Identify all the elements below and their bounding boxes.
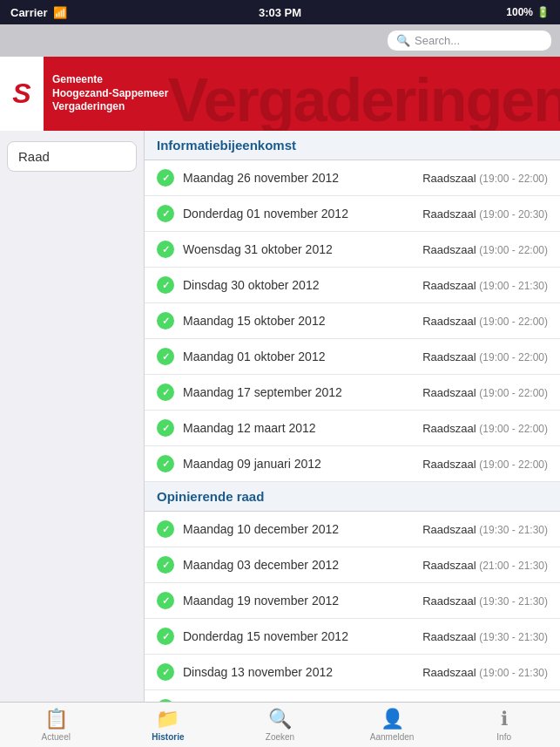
- search-input[interactable]: [415, 34, 543, 47]
- list-item[interactable]: Maandag 17 september 2012Raadszaal (19:0…: [145, 375, 560, 411]
- header-bg-title: Vergaderingen: [168, 65, 560, 131]
- logo-letter: S: [12, 78, 30, 110]
- aanmelden-label: Aanmelden: [370, 732, 415, 742]
- item-date: Maandag 12 maart 2012: [183, 421, 422, 435]
- status-bar: Carrier 📶 3:03 PM 100% 🔋: [0, 0, 560, 24]
- item-location: Raadszaal (21:00 - 21:30): [422, 559, 548, 572]
- info-icon: ℹ: [501, 708, 508, 730]
- sidebar-item-raad[interactable]: Raad: [7, 141, 137, 172]
- item-date: Maandag 19 november 2012: [183, 594, 422, 608]
- item-location: Raadszaal (19:00 - 21:30): [422, 666, 548, 679]
- list-item[interactable]: Woensdag 31 oktober 2012Raadszaal (19:00…: [145, 232, 560, 268]
- item-time: (19:00 - 21:30): [479, 280, 548, 292]
- list-item[interactable]: Maandag 03 december 2012Raadszaal (21:00…: [145, 547, 560, 583]
- check-icon: [157, 520, 174, 538]
- item-location: Raadszaal (19:00 - 22:00): [422, 386, 548, 399]
- item-time: (19:00 - 21:30): [479, 667, 548, 679]
- tab-bar: 📋Actueel📁Historie🔍Zoeken👤AanmeldenℹInfo: [0, 702, 560, 747]
- check-icon: [157, 205, 174, 222]
- item-time: (19:00 - 22:00): [479, 458, 548, 471]
- zoeken-icon: 🔍: [268, 708, 292, 730]
- status-right: 100% 🔋: [506, 6, 550, 18]
- historie-label: Historie: [152, 732, 184, 742]
- item-date: Maandag 01 oktober 2012: [183, 350, 422, 363]
- item-date: Maandag 17 september 2012: [183, 385, 422, 399]
- search-input-wrapper[interactable]: 🔍: [388, 31, 551, 51]
- item-location: Raadszaal (19:00 - 21:30): [422, 279, 548, 292]
- content-area: Raad InformatiebijeenkomstMaandag 26 nov…: [0, 131, 560, 702]
- tab-actueel[interactable]: 📋Actueel: [0, 703, 112, 747]
- section-header-1: Opinierende raad: [145, 482, 560, 512]
- main-list: InformatiebijeenkomstMaandag 26 november…: [144, 131, 560, 702]
- list-item[interactable]: Maandag 09 januari 2012Raadszaal (19:00 …: [145, 446, 560, 482]
- item-time: (19:30 - 21:30): [479, 631, 548, 643]
- item-location: Raadszaal (19:00 - 22:00): [422, 458, 548, 471]
- item-date: Maandag 15 oktober 2012: [183, 314, 422, 328]
- item-time: (19:00 - 22:00): [479, 387, 548, 399]
- tab-historie[interactable]: 📁Historie: [112, 703, 225, 747]
- info-label: Info: [496, 732, 511, 742]
- check-icon: [157, 628, 174, 645]
- tab-info[interactable]: ℹInfo: [448, 703, 560, 747]
- tab-aanmelden[interactable]: 👤Aanmelden: [336, 703, 449, 747]
- check-icon: [157, 556, 174, 574]
- item-date: Dinsdag 13 november 2012: [183, 665, 422, 679]
- header-line3: Vergaderingen: [52, 100, 168, 114]
- list-item[interactable]: Maandag 15 oktober 2012Raadszaal (19:00 …: [145, 303, 560, 339]
- item-time: (19:00 - 20:30): [479, 208, 548, 221]
- aanmelden-icon: 👤: [381, 708, 404, 730]
- wifi-icon: 📶: [53, 6, 67, 19]
- item-location: Raadszaal (19:00 - 22:00): [422, 350, 548, 363]
- item-location: Raadszaal (19:30 - 21:30): [422, 630, 548, 643]
- item-date: Maandag 03 december 2012: [183, 558, 422, 572]
- item-location: Raadszaal (19:00 - 22:00): [422, 422, 548, 435]
- list-item[interactable]: Maandag 19 november 2012Raadszaal (19:30…: [145, 583, 560, 619]
- battery-icon: 🔋: [536, 6, 550, 18]
- actueel-label: Actueel: [42, 732, 71, 742]
- app-container: Carrier 📶 3:03 PM 100% 🔋 🔍 S Gemeente Ho…: [0, 0, 560, 747]
- list-item[interactable]: Donderdag 15 november 2012Raadszaal (19:…: [145, 619, 560, 655]
- item-date: Donderdag 15 november 2012: [183, 629, 422, 643]
- list-item[interactable]: Maandag 01 oktober 2012Raadszaal (19:00 …: [145, 339, 560, 375]
- item-date: Maandag 09 januari 2012: [183, 457, 422, 471]
- item-location: Raadszaal (19:30 - 21:30): [422, 594, 548, 608]
- check-icon: [157, 455, 174, 472]
- item-location: Raadszaal (19:00 - 22:00): [422, 315, 548, 328]
- list-item[interactable]: Maandag 05 november 2012Raadszaal (19:00…: [145, 690, 560, 702]
- item-location: Raadszaal (19:00 - 22:00): [422, 243, 548, 256]
- check-icon: [157, 312, 174, 329]
- item-time: (21:00 - 21:30): [479, 560, 548, 572]
- battery-label: 100%: [506, 6, 533, 18]
- app-header: S Gemeente Hoogezand-Sappemeer Vergaderi…: [0, 57, 560, 131]
- sidebar: Raad: [0, 131, 144, 702]
- item-date: Donderdag 01 november 2012: [183, 207, 422, 221]
- actueel-icon: 📋: [44, 708, 68, 730]
- header-line1: Gemeente: [52, 73, 168, 87]
- tab-zoeken[interactable]: 🔍Zoeken: [224, 703, 336, 747]
- item-time: (19:30 - 21:30): [479, 524, 548, 536]
- list-item[interactable]: Maandag 26 november 2012Raadszaal (19:00…: [145, 160, 560, 196]
- item-time: (19:00 - 22:00): [479, 423, 548, 435]
- status-time: 3:03 PM: [259, 6, 301, 19]
- item-date: Dinsdag 30 oktober 2012: [183, 278, 422, 292]
- item-location: Raadszaal (19:00 - 20:30): [422, 207, 548, 221]
- item-location: Raadszaal (19:00 - 22:00): [422, 172, 548, 185]
- zoeken-label: Zoeken: [266, 732, 294, 742]
- item-time: (19:00 - 22:00): [479, 173, 548, 185]
- historie-icon: 📁: [156, 708, 179, 730]
- check-icon: [157, 276, 174, 294]
- check-icon: [157, 384, 174, 401]
- list-item[interactable]: Donderdag 01 november 2012Raadszaal (19:…: [145, 196, 560, 232]
- item-date: Maandag 10 december 2012: [183, 522, 422, 536]
- check-icon: [157, 348, 174, 365]
- search-bar: 🔍: [0, 24, 560, 57]
- list-item[interactable]: Dinsdag 30 oktober 2012Raadszaal (19:00 …: [145, 268, 560, 303]
- check-icon: [157, 169, 174, 187]
- status-left: Carrier 📶: [10, 6, 67, 19]
- list-item[interactable]: Maandag 12 maart 2012Raadszaal (19:00 - …: [145, 411, 560, 446]
- logo: S: [0, 57, 44, 131]
- section-header-0: Informatiebijeenkomst: [145, 131, 560, 160]
- list-item[interactable]: Dinsdag 13 november 2012Raadszaal (19:00…: [145, 655, 560, 690]
- list-item[interactable]: Maandag 10 december 2012Raadszaal (19:30…: [145, 512, 560, 547]
- item-time: (19:00 - 22:00): [479, 351, 548, 363]
